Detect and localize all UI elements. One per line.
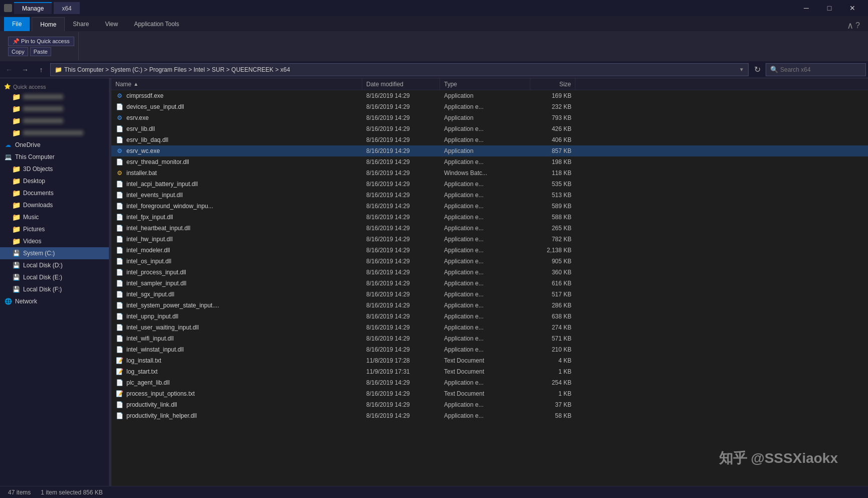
tab-view[interactable]: View bbox=[97, 17, 126, 31]
file-name: 📄 intel_process_input.dll bbox=[111, 268, 362, 276]
col-header-date[interactable]: Date modified bbox=[362, 78, 440, 90]
help-icon[interactable]: ? bbox=[855, 21, 860, 30]
file-row[interactable]: 📄 intel_acpi_battery_input.dll 8/16/2019… bbox=[111, 179, 868, 190]
refresh-button[interactable]: ↻ bbox=[751, 63, 764, 76]
file-row[interactable]: ⚙ esrv_wc.exe 8/16/2019 14:29 Applicatio… bbox=[111, 145, 868, 156]
quick-access-header: ⭐ Quick access bbox=[0, 80, 109, 91]
file-row[interactable]: 📄 intel_user_waiting_input.dll 8/16/2019… bbox=[111, 322, 868, 333]
sidebar-item-network[interactable]: 🌐 Network bbox=[0, 295, 109, 307]
col-header-size[interactable]: Size bbox=[530, 78, 575, 90]
close-button[interactable]: ✕ bbox=[841, 0, 864, 16]
file-date: 8/16/2019 14:29 bbox=[362, 114, 440, 121]
folder-icon: 📁 bbox=[12, 129, 20, 137]
file-row[interactable]: 📄 intel_heartbeat_input.dll 8/16/2019 14… bbox=[111, 223, 868, 234]
maximize-button[interactable]: □ bbox=[818, 0, 841, 16]
tab-home[interactable]: Home bbox=[32, 17, 65, 31]
file-row[interactable]: 📄 intel_sampler_input.dll 8/16/2019 14:2… bbox=[111, 278, 868, 289]
file-type: Application e... bbox=[440, 192, 530, 199]
minimize-button[interactable]: ─ bbox=[795, 0, 818, 16]
sidebar-item-local-e[interactable]: 💾 Local Disk (E:) bbox=[0, 271, 109, 283]
col-header-type[interactable]: Type bbox=[440, 78, 530, 90]
tab-application-tools[interactable]: Application Tools bbox=[126, 17, 187, 31]
file-row[interactable]: 📄 intel_modeler.dll 8/16/2019 14:29 Appl… bbox=[111, 245, 868, 256]
sidebar-item-3dobjects[interactable]: 📁 3D Objects bbox=[0, 163, 109, 175]
quick-access-label: Quick access bbox=[13, 84, 46, 90]
file-row[interactable]: 📄 intel_hw_input.dll 8/16/2019 14:29 App… bbox=[111, 234, 868, 245]
search-input[interactable] bbox=[780, 66, 861, 73]
file-row[interactable]: 📄 intel_foreground_window_inpu... 8/16/2… bbox=[111, 201, 868, 212]
ribbon-expand-icon[interactable]: ∧ bbox=[847, 20, 853, 31]
file-row[interactable]: 📄 esrv_lib_daq.dll 8/16/2019 14:29 Appli… bbox=[111, 134, 868, 145]
sidebar-item-label: Local Disk (E:) bbox=[23, 274, 62, 281]
window-controls: ─ □ ✕ bbox=[795, 0, 864, 16]
sidebar-item-this-computer[interactable]: 💻 This Computer bbox=[0, 151, 109, 163]
file-row[interactable]: 📄 productivity_link_helper.dll 8/16/2019… bbox=[111, 410, 868, 421]
file-type: Application e... bbox=[440, 269, 530, 276]
file-row[interactable]: 📄 intel_upnp_input.dll 8/16/2019 14:29 A… bbox=[111, 311, 868, 322]
file-type-icon: 📄 bbox=[115, 158, 123, 166]
tab-file[interactable]: File bbox=[4, 17, 30, 31]
file-name: 📄 esrv_lib.dll bbox=[111, 125, 362, 133]
sidebar-item-videos[interactable]: 📁 Videos bbox=[0, 235, 109, 247]
sidebar-item-desktop[interactable]: 📁 Desktop bbox=[0, 175, 109, 187]
file-type: Application bbox=[440, 92, 530, 99]
sidebar-item-system-c[interactable]: 💾 System (C:) bbox=[0, 247, 109, 259]
back-button[interactable]: ← bbox=[2, 63, 16, 76]
file-row[interactable]: 📄 intel_events_input.dll 8/16/2019 14:29… bbox=[111, 190, 868, 201]
sidebar-item-documents[interactable]: 📁 Documents bbox=[0, 187, 109, 199]
sidebar-item-downloads-blurred[interactable]: 📁 bbox=[0, 103, 109, 115]
file-type: Application e... bbox=[440, 236, 530, 243]
paste-button[interactable]: Paste bbox=[30, 47, 51, 56]
forward-button[interactable]: → bbox=[18, 63, 32, 76]
file-size: 198 KB bbox=[530, 158, 575, 165]
file-row[interactable]: 📝 log_start.txt 11/9/2019 17:31 Text Doc… bbox=[111, 366, 868, 377]
file-row[interactable]: ⚙ esrv.exe 8/16/2019 14:29 Application 7… bbox=[111, 112, 868, 123]
file-row[interactable]: 📄 intel_os_input.dll 8/16/2019 14:29 App… bbox=[111, 256, 868, 267]
file-row[interactable]: 📄 intel_fpx_input.dll 8/16/2019 14:29 Ap… bbox=[111, 212, 868, 223]
sidebar-item-desktop-blurred[interactable]: 📁 bbox=[0, 91, 109, 103]
col-header-name[interactable]: Name ▲ bbox=[111, 78, 362, 90]
copy-button[interactable]: Copy bbox=[8, 47, 28, 56]
file-size: 1 KB bbox=[530, 368, 575, 375]
file-row[interactable]: 📝 process_input_options.txt 8/16/2019 14… bbox=[111, 388, 868, 399]
title-tab-manage[interactable]: Manage bbox=[14, 2, 52, 14]
up-button[interactable]: ↑ bbox=[34, 63, 48, 76]
tab-share[interactable]: Share bbox=[65, 17, 97, 31]
file-type-icon: 📄 bbox=[115, 301, 123, 309]
sidebar-item-pictures[interactable]: 📁 Pictures bbox=[0, 223, 109, 235]
sidebar-item-local-d[interactable]: 💾 Local Disk (D:) bbox=[0, 259, 109, 271]
file-row[interactable]: 📄 intel_winstat_input.dll 8/16/2019 14:2… bbox=[111, 344, 868, 355]
file-row[interactable]: ⚙ installer.bat 8/16/2019 14:29 Windows … bbox=[111, 168, 868, 179]
pc-icon: 💻 bbox=[4, 153, 12, 161]
file-row[interactable]: 📄 intel_system_power_state_input.... 8/1… bbox=[111, 300, 868, 311]
file-row[interactable]: 📄 devices_use_input.dll 8/16/2019 14:29 … bbox=[111, 101, 868, 112]
sidebar-item-docs-blurred[interactable]: 📁 bbox=[0, 127, 109, 139]
file-row[interactable]: 📄 plc_agent_lib.dll 8/16/2019 14:29 Appl… bbox=[111, 377, 868, 388]
file-row[interactable]: 📄 esrv_lib.dll 8/16/2019 14:29 Applicati… bbox=[111, 123, 868, 134]
file-type-icon: 📄 bbox=[115, 125, 123, 133]
file-size: 274 KB bbox=[530, 324, 575, 331]
file-row[interactable]: 📄 intel_process_input.dll 8/16/2019 14:2… bbox=[111, 267, 868, 278]
file-row[interactable]: ⚙ cimprssdf.exe 8/16/2019 14:29 Applicat… bbox=[111, 90, 868, 101]
file-row[interactable]: 📝 log_install.txt 11/8/2019 17:28 Text D… bbox=[111, 355, 868, 366]
sidebar-item-local-f[interactable]: 💾 Local Disk (F:) bbox=[0, 283, 109, 295]
sidebar-item-label: Desktop bbox=[23, 178, 45, 185]
sidebar-item-music-blurred[interactable]: 📁 bbox=[0, 115, 109, 127]
breadcrumb-dropdown-icon[interactable]: ▼ bbox=[739, 67, 744, 72]
file-type: Application e... bbox=[440, 158, 530, 165]
file-row[interactable]: 📄 esrv_thread_monitor.dll 8/16/2019 14:2… bbox=[111, 156, 868, 168]
folder-icon: 📁 bbox=[12, 117, 20, 125]
column-headers: Name ▲ Date modified Type Size bbox=[111, 78, 868, 90]
file-size: 782 KB bbox=[530, 236, 575, 243]
file-date: 8/16/2019 14:29 bbox=[362, 247, 440, 254]
file-row[interactable]: 📄 intel_sgx_input.dll 8/16/2019 14:29 Ap… bbox=[111, 289, 868, 300]
sidebar-item-downloads[interactable]: 📁 Downloads bbox=[0, 199, 109, 211]
sidebar-item-music[interactable]: 📁 Music bbox=[0, 211, 109, 223]
file-size: 360 KB bbox=[530, 269, 575, 276]
address-path[interactable]: 📁 This Computer > System (C:) > Program … bbox=[50, 63, 749, 76]
sidebar-item-onedrive[interactable]: ☁ OneDrive bbox=[0, 139, 109, 151]
file-row[interactable]: 📄 intel_wifi_input.dll 8/16/2019 14:29 A… bbox=[111, 333, 868, 344]
pin-button[interactable]: 📌 Pin to Quick access bbox=[8, 37, 74, 46]
title-tab-x64[interactable]: x64 bbox=[54, 2, 79, 14]
file-row[interactable]: 📄 productivity_link.dll 8/16/2019 14:29 … bbox=[111, 399, 868, 410]
